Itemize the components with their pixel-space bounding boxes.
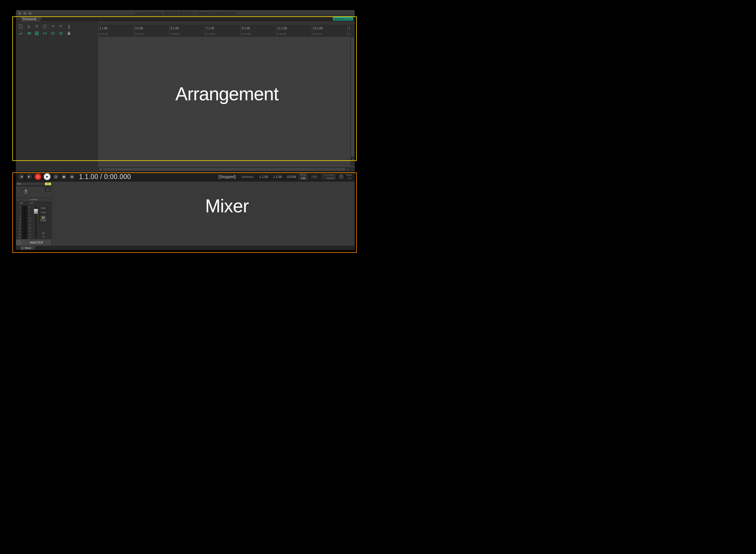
redo-button[interactable] bbox=[58, 23, 64, 29]
master-volume-readout[interactable]: 0.00dB bbox=[16, 198, 51, 202]
save-project-button[interactable] bbox=[34, 23, 40, 29]
snap-button[interactable] bbox=[58, 31, 64, 36]
ruler-bar: 1 bbox=[349, 27, 351, 30]
record-button[interactable] bbox=[34, 173, 42, 180]
trim-label: trim bbox=[42, 236, 45, 238]
time-signature-value: 4/4 bbox=[313, 175, 316, 178]
grid-button[interactable] bbox=[34, 31, 40, 36]
master-pan-knob[interactable] bbox=[22, 188, 30, 196]
mixer-empty-area[interactable] bbox=[52, 182, 355, 246]
hscroll-thumb[interactable] bbox=[103, 168, 346, 171]
playrate-label: Rate: bbox=[346, 174, 352, 177]
master-label: MASTER bbox=[21, 241, 51, 244]
vertical-scrollbar[interactable]: + − bbox=[350, 37, 355, 166]
master-route-button[interactable]: Route bbox=[40, 215, 47, 222]
scroll-home-button[interactable]: ⦿ bbox=[99, 168, 103, 171]
ruler-bar: 7.1.00 bbox=[206, 27, 215, 30]
master-info-icon[interactable]: ⓘ bbox=[16, 239, 21, 246]
arrange-view: 1.1.000:00.00 3.1.000:04.00 5.1.000:08.0… bbox=[98, 21, 355, 172]
automation-mode-button[interactable]: ⊹ GLOBAL none ▾ bbox=[321, 173, 336, 180]
go-to-end-button[interactable] bbox=[26, 174, 33, 180]
master-channel-strip: FX ⊙ 0.00dB -inf -inf bbox=[16, 182, 52, 246]
master-fader-cap[interactable] bbox=[34, 209, 38, 214]
master-mono-button[interactable]: ⊙ bbox=[45, 188, 50, 192]
selection-display[interactable]: Selection: 1.1.00 1.1.00 0.0.00 bbox=[242, 175, 296, 178]
bpm-field[interactable]: BPM 120 bbox=[298, 173, 308, 181]
master-trim-button[interactable]: trim bbox=[40, 231, 47, 239]
zoom-in-v-button[interactable]: + bbox=[351, 157, 355, 161]
svg-rect-11 bbox=[63, 176, 65, 178]
playrate-display[interactable]: Rate: 1.0 bbox=[346, 174, 352, 180]
ruler-bar: 1.1.00 bbox=[99, 27, 108, 30]
mixer-dock-tabstrip: ! ▢ Mixer bbox=[16, 246, 355, 250]
marker-lane[interactable] bbox=[98, 21, 355, 25]
arrangement-panel: 1.1.000:00.00 3.1.000:04.00 5.1.000:08.0… bbox=[16, 21, 355, 172]
mixer-tab-icon: ▢ bbox=[21, 246, 24, 250]
master-fader[interactable] bbox=[35, 206, 37, 239]
master-peak-l: -inf bbox=[16, 202, 26, 205]
stop-button[interactable] bbox=[61, 174, 67, 180]
track-area[interactable] bbox=[98, 37, 355, 167]
route-icon bbox=[42, 216, 45, 219]
playrate-knob[interactable] bbox=[338, 174, 344, 180]
ruler-bar: 5.1.00 bbox=[171, 27, 179, 30]
timeline-ruler[interactable]: 1.1.000:00.00 3.1.000:04.00 5.1.000:08.0… bbox=[98, 25, 355, 37]
svg-rect-7 bbox=[35, 34, 36, 35]
time-display[interactable]: 1.1.00 / 0:00.000 bbox=[77, 173, 133, 181]
master-fx-bypass-button[interactable] bbox=[45, 182, 51, 186]
undo-button[interactable] bbox=[50, 23, 56, 29]
master-mute-button[interactable]: M bbox=[40, 206, 47, 210]
open-project-button[interactable] bbox=[25, 23, 32, 29]
project-tab[interactable]: *[Unsaved] bbox=[20, 17, 40, 21]
play-button[interactable] bbox=[43, 173, 51, 180]
project-settings-button[interactable] bbox=[42, 23, 48, 29]
monitor-fx-label: MONITOR FX bbox=[334, 17, 348, 20]
zoom-out-h-button[interactable]: − bbox=[350, 168, 354, 171]
bpm-label: BPM bbox=[300, 174, 306, 177]
monitor-fx-power-icon bbox=[349, 17, 352, 20]
master-meter-r bbox=[25, 206, 27, 239]
go-to-start-button[interactable] bbox=[18, 174, 24, 180]
svg-rect-4 bbox=[35, 33, 36, 34]
pause-button[interactable] bbox=[69, 174, 75, 180]
zoom-out-v-button[interactable]: − bbox=[351, 162, 355, 165]
master-fx-button[interactable]: FX bbox=[16, 182, 45, 186]
new-project-tab-button[interactable]: + bbox=[16, 17, 20, 21]
svg-rect-2 bbox=[37, 32, 37, 33]
grouping-button[interactable] bbox=[25, 31, 32, 36]
vscroll-thumb[interactable] bbox=[351, 37, 354, 157]
master-meter-scale-right: 126-6-12-18-24-30-36-54-inf bbox=[27, 206, 33, 239]
master-peak-r: -inf bbox=[26, 202, 37, 205]
track-list-empty[interactable] bbox=[16, 39, 98, 172]
project-tab-strip: + *[Unsaved] MONITOR FX bbox=[16, 16, 355, 21]
ruler-time: 0:04.00 bbox=[135, 33, 143, 35]
move-envelope-points-button[interactable] bbox=[50, 31, 56, 36]
svg-rect-9 bbox=[38, 34, 39, 35]
ruler-bar: 11.1.00 bbox=[278, 27, 287, 30]
repeat-button[interactable] bbox=[53, 174, 59, 180]
master-name-row[interactable]: ⓘ MASTER bbox=[16, 239, 51, 246]
ruler-time: 0:16.00 bbox=[242, 33, 250, 35]
dock-menu-button[interactable]: ! bbox=[16, 247, 19, 250]
metronome-button[interactable] bbox=[66, 23, 72, 29]
selection-label: Selection: bbox=[242, 175, 254, 178]
monitor-fx-button[interactable]: MONITOR FX bbox=[333, 17, 353, 21]
master-solo-button[interactable]: S bbox=[40, 211, 47, 214]
lock-button[interactable] bbox=[66, 31, 72, 36]
ripple-button[interactable] bbox=[42, 31, 48, 36]
route-label: Route bbox=[41, 219, 46, 221]
mixer-panel: FX ⊙ 0.00dB -inf -inf bbox=[16, 182, 355, 250]
envelope-icon bbox=[41, 231, 45, 235]
svg-rect-3 bbox=[38, 32, 39, 33]
main-toolbar bbox=[16, 21, 98, 39]
horizontal-scrollbar[interactable]: ⦿ + − bbox=[98, 167, 355, 172]
new-project-button[interactable] bbox=[17, 23, 24, 29]
envelopes-button[interactable] bbox=[17, 31, 24, 36]
svg-rect-6 bbox=[38, 33, 39, 34]
time-signature-field[interactable]: 4/4 bbox=[310, 174, 319, 179]
zoom-in-h-button[interactable]: + bbox=[346, 168, 350, 171]
automation-mode-value: none ▾ bbox=[327, 177, 335, 180]
master-meter-scale-left: 1260-6-12-18-24-30-36-54-inf bbox=[16, 206, 21, 239]
titlebar: [unsaved project] - REAPER v6.13/64 - Li… bbox=[16, 10, 355, 16]
mixer-tab[interactable]: ▢ Mixer bbox=[20, 246, 34, 250]
